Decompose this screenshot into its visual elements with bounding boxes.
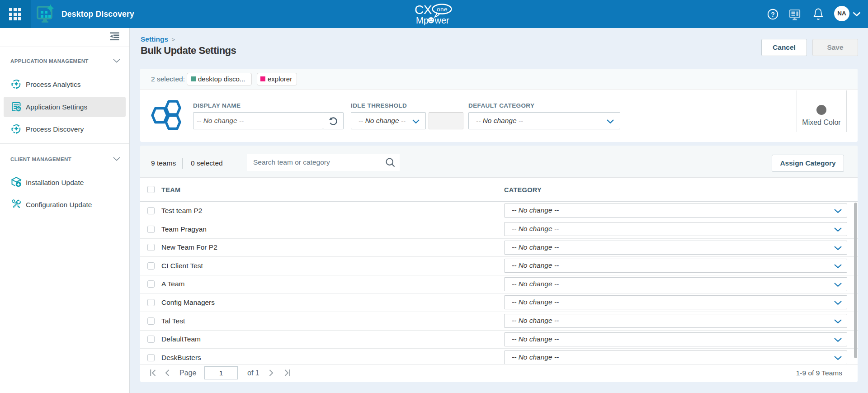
- svg-text:wer: wer: [434, 15, 450, 25]
- svg-text:?: ?: [771, 11, 775, 18]
- svg-text:one: one: [437, 6, 448, 13]
- svg-text:CX: CX: [415, 3, 432, 17]
- svg-text:Mp: Mp: [416, 15, 429, 25]
